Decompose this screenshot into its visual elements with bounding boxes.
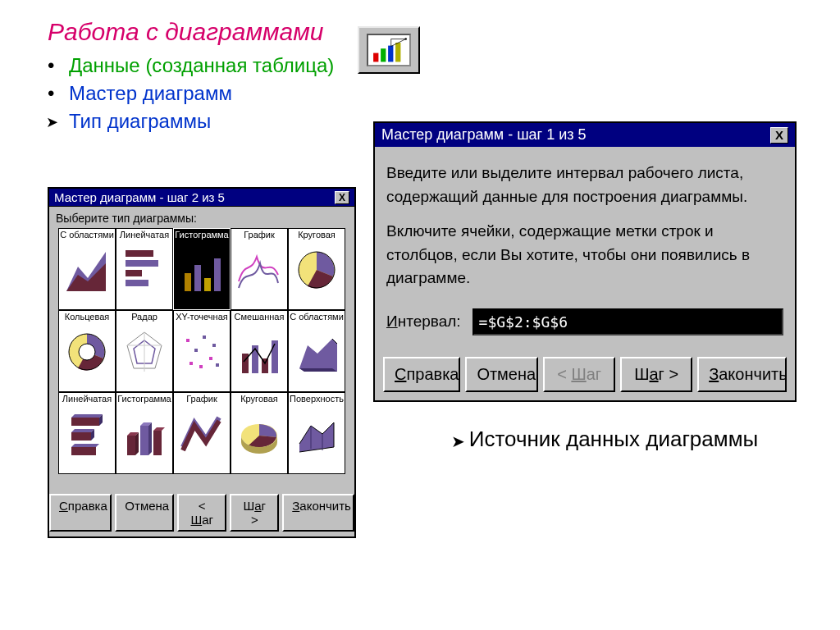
chart-type-label: График [186,393,217,404]
svg-rect-6 [126,260,158,267]
hbar3d-icon [62,404,112,463]
svg-rect-27 [209,357,212,360]
svg-rect-11 [194,265,201,291]
area3d-icon [291,322,342,381]
svg-rect-40 [140,426,148,455]
dialog1-title-text: Мастер диаграмм - шаг 1 из 5 [381,126,587,144]
dialog2-titlebar[interactable]: Мастер диаграмм - шаг 2 из 5 X [49,189,354,207]
chart-type-column[interactable]: Гистограмма [173,228,231,310]
cancel-button[interactable]: Отмена [115,494,174,532]
chart-type-label: Линейчатая [120,229,169,240]
svg-rect-12 [204,278,211,291]
svg-rect-2 [388,46,393,62]
chart-type-label: Гистограмма [175,229,229,240]
chart-type-label: Круговая [298,229,336,240]
chart-type-label: Круговая [240,393,278,404]
svg-rect-28 [189,362,193,365]
slide-title: Работа с диаграммами [48,18,323,46]
chart-type-label: Поверхность [290,393,344,404]
svg-rect-31 [216,363,219,367]
scatter-icon [176,322,227,381]
chart-type-combo[interactable]: Смешанная [231,310,288,392]
lbl: правка [68,499,107,513]
help-button[interactable]: Справка [383,357,460,392]
dialog2-prompt: Выберите тип диаграммы: [49,207,354,226]
interval-input[interactable]: =$G$2:$G$6 [472,308,783,336]
chart-type-label: Смешанная [235,311,285,322]
svg-rect-5 [126,250,153,257]
svg-rect-0 [373,53,378,62]
svg-rect-39 [127,436,135,455]
cancel-button[interactable]: Отмена [465,357,538,392]
finish-button[interactable]: Закончить [697,357,787,392]
dialog1-body: Введите или выделите интервал рабочего л… [375,147,795,290]
bullet-list: Данные (созданная таблица) Мастер диагра… [48,49,334,138]
chart-type-surface[interactable]: Поверхность [288,392,345,474]
help-button[interactable]: Справка [49,494,112,532]
column3d-icon [119,404,170,463]
chart-type-grid: С областямиЛинейчатаяГистограммаГрафикКр… [49,226,354,477]
next-button[interactable]: Шаг > [620,357,692,392]
svg-point-4 [404,38,407,40]
chart-wizard-step2-dialog: Мастер диаграмм - шаг 2 из 5 X Выберите … [48,187,356,538]
svg-rect-30 [199,365,203,368]
chart-type-label: С областями [60,229,114,240]
svg-rect-29 [212,344,216,347]
chart-type-pie3d[interactable]: Круговая [231,392,288,474]
svg-rect-3 [395,43,400,62]
chart-type-label: График [244,229,275,240]
svg-rect-26 [203,336,206,339]
bullet-type: Тип диаграммы [48,110,334,133]
chart-type-label: Кольцевая [65,311,110,322]
pie3d-icon [234,404,285,463]
svg-rect-25 [194,349,198,352]
svg-rect-7 [126,270,142,276]
chart-type-donut[interactable]: Кольцевая [58,310,116,392]
svg-rect-37 [71,432,91,441]
interval-row: Интервал: =$G$2:$G$6 [375,302,795,336]
chart-wizard-step1-dialog: Мастер диаграмм - шаг 1 из 5 X Введите и… [373,121,797,402]
next-button[interactable]: Шаг > [230,494,279,532]
interval-label: Интервал: [386,313,461,331]
chart-wizard-icon[interactable] [358,26,420,74]
area-icon [62,240,112,299]
chart-type-area3d[interactable]: С областями [288,310,345,392]
dialog2-title-text: Мастер диаграмм - шаг 2 из 5 [54,190,225,204]
dialog2-buttons: Справка Отмена < Шаг Шаг > Закончить [49,494,354,532]
chart-wizard-icon-inner [367,34,411,66]
dialog1-para1: Введите или выделите интервал рабочего л… [386,162,783,208]
svg-rect-13 [214,258,221,291]
svg-rect-10 [185,273,191,291]
line-icon [234,240,285,299]
svg-rect-8 [126,280,148,286]
close-icon[interactable]: X [335,191,349,204]
svg-rect-41 [153,431,162,455]
chart-type-pie[interactable]: Круговая [288,228,345,310]
hbar-icon [119,240,170,299]
dialog1-titlebar[interactable]: Мастер диаграмм - шаг 1 из 5 X [375,123,795,147]
chart-type-scatter[interactable]: XY-точечная [173,310,231,392]
back-button: < Шаг [543,357,615,392]
chart-type-area[interactable]: С областями [58,228,116,310]
bullet-wizard: Мастер диаграмм [48,82,334,105]
dialog1-buttons: Справка Отмена < Шаг Шаг > Закончить [383,357,787,392]
chart-type-column3d[interactable]: Гистограмма [116,392,173,474]
chart-type-label: Линейчатая [62,393,112,404]
finish-button[interactable]: Закончить [282,494,354,532]
chart-type-radar[interactable]: Радар [116,310,173,392]
bullet-data: Данные (созданная таблица) [48,54,334,77]
chart-type-hbar3d[interactable]: Линейчатая [58,392,116,474]
svg-rect-35 [272,340,278,373]
dialog1-para2: Включите ячейки, содержащие метки строк … [386,220,783,290]
line3d-icon [176,404,227,463]
chart-type-label: Гистограмма [117,393,171,404]
pie-icon [291,240,342,299]
chart-type-label: XY-точечная [176,311,227,322]
chart-type-line3d[interactable]: График [173,392,231,474]
close-icon[interactable]: X [770,127,788,144]
chart-type-hbar[interactable]: Линейчатая [116,228,173,310]
chart-type-line[interactable]: График [231,228,288,310]
back-button[interactable]: < Шаг [177,494,226,532]
chart-type-label: Радар [131,311,158,322]
svg-rect-36 [71,418,99,426]
